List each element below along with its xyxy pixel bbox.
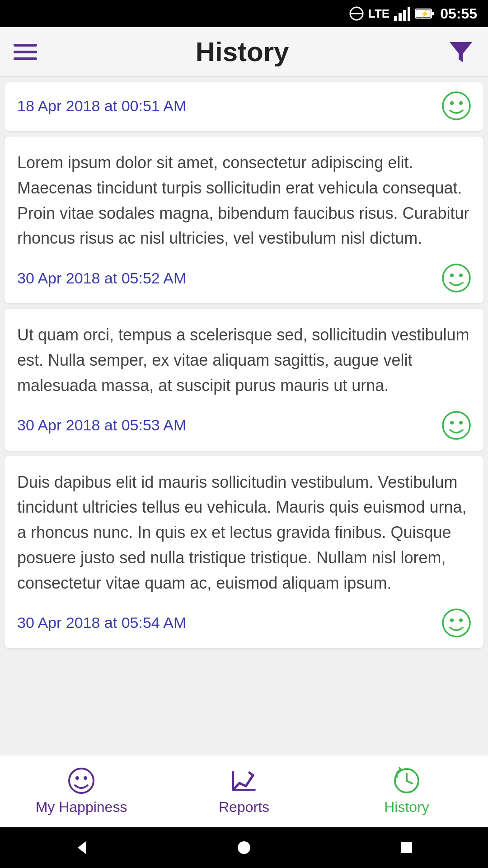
signal-block-icon	[349, 6, 364, 21]
history-card-2[interactable]: Lorem ipsum dolor sit amet, consectetur …	[5, 137, 483, 303]
status-icons: LTE ⚡	[349, 6, 435, 21]
card-4-date: 30 Apr 2018 at 05:54 AM	[17, 614, 186, 632]
history-card-1[interactable]: 18 Apr 2018 at 00:51 AM	[5, 82, 483, 131]
nav-happiness-label: My Happiness	[36, 799, 127, 816]
card-4-text: Duis dapibus elit id mauris sollicitudin…	[17, 470, 471, 596]
svg-point-12	[450, 101, 454, 105]
card-3-footer: 30 Apr 2018 at 05:53 AM	[17, 411, 471, 440]
svg-point-20	[443, 609, 470, 637]
svg-point-15	[450, 274, 454, 277]
status-time: 05:55	[440, 5, 477, 22]
svg-point-22	[459, 618, 463, 622]
svg-point-23	[69, 769, 94, 793]
card-3-text: Ut quam orci, tempus a scelerisque sed, …	[17, 322, 471, 398]
signal-bars-icon	[394, 6, 410, 21]
home-button[interactable]	[233, 836, 255, 859]
svg-point-14	[443, 264, 470, 292]
card-4-footer: 30 Apr 2018 at 05:54 AM	[17, 609, 471, 637]
svg-rect-2	[394, 16, 397, 21]
status-bar: LTE ⚡ 05:55	[0, 0, 488, 27]
svg-rect-7	[432, 12, 434, 15]
svg-marker-31	[78, 841, 86, 854]
svg-point-13	[459, 101, 463, 105]
card-2-date: 30 Apr 2018 at 05:52 AM	[17, 269, 186, 287]
menu-button[interactable]	[14, 44, 37, 60]
svg-point-24	[75, 776, 79, 780]
history-list: 18 Apr 2018 at 00:51 AM Lorem ipsum dolo…	[0, 77, 488, 755]
battery-icon: ⚡	[415, 6, 435, 21]
back-button[interactable]	[70, 836, 93, 859]
history-card-3[interactable]: Ut quam orci, tempus a scelerisque sed, …	[5, 309, 483, 450]
lte-indicator: LTE	[368, 7, 389, 21]
card-2-text: Lorem ipsum dolor sit amet, consectetur …	[17, 150, 471, 251]
nav-item-history[interactable]: History	[325, 767, 488, 816]
nav-item-reports[interactable]: Reports	[163, 767, 325, 816]
nav-item-happiness[interactable]: My Happiness	[0, 767, 163, 816]
svg-line-30	[407, 781, 412, 783]
history-nav-icon	[393, 767, 420, 794]
svg-point-17	[443, 412, 470, 439]
svg-rect-4	[403, 10, 406, 21]
reports-nav-icon	[230, 767, 258, 794]
system-nav-bar	[0, 827, 488, 868]
history-card-4[interactable]: Duis dapibus elit id mauris sollicitudin…	[5, 456, 483, 648]
card-1-date: 18 Apr 2018 at 00:51 AM	[17, 97, 186, 115]
card-4-smiley-icon	[442, 609, 471, 637]
card-1-smiley-icon	[442, 91, 471, 120]
svg-rect-33	[401, 842, 412, 853]
top-bar: History	[0, 27, 488, 77]
svg-text:⚡: ⚡	[420, 9, 429, 18]
recents-button[interactable]	[395, 836, 418, 859]
svg-point-11	[443, 92, 470, 119]
svg-point-19	[459, 421, 463, 425]
svg-point-32	[238, 841, 250, 854]
card-3-smiley-icon	[442, 411, 471, 440]
filter-button[interactable]	[447, 38, 474, 66]
svg-rect-3	[399, 13, 402, 21]
smiley-nav-icon	[68, 767, 95, 794]
svg-point-25	[84, 776, 87, 780]
card-2-footer: 30 Apr 2018 at 05:52 AM	[17, 264, 471, 292]
svg-point-21	[450, 618, 454, 622]
svg-marker-10	[450, 42, 472, 62]
nav-reports-label: Reports	[219, 799, 269, 816]
card-2-smiley-icon	[442, 264, 471, 292]
svg-point-16	[459, 274, 463, 277]
nav-history-label: History	[384, 799, 429, 816]
card-3-date: 30 Apr 2018 at 05:53 AM	[17, 416, 186, 434]
svg-rect-5	[408, 7, 410, 21]
page-title: History	[196, 36, 289, 67]
svg-point-18	[450, 421, 454, 425]
bottom-nav: My Happiness Reports History	[0, 755, 488, 827]
